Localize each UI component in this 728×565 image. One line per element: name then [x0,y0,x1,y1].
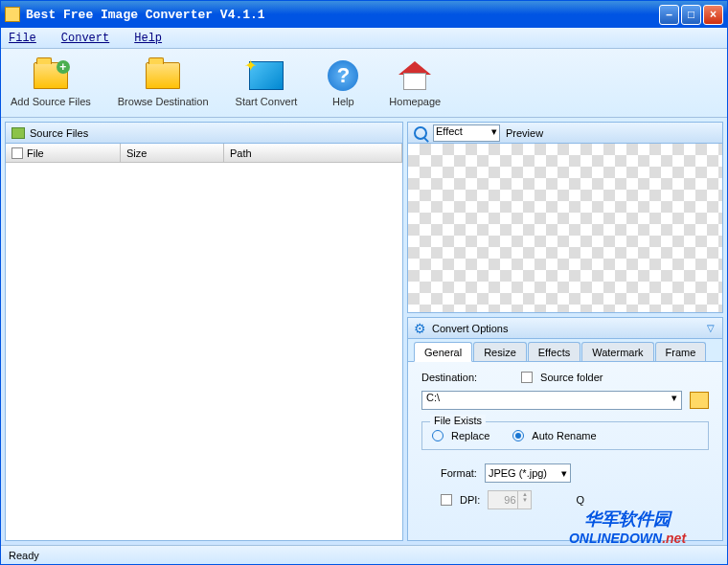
browse-dest-label: Browse Destination [118,96,209,107]
dpi-spinner[interactable]: 96 ▲▼ [488,490,532,509]
help-label: Help [332,96,354,107]
menubar: File Convert Help [1,28,727,49]
destination-dropdown-icon[interactable]: ▾ [671,392,677,404]
preview-canvas [408,144,722,312]
statusbar: Ready [1,545,727,564]
replace-label: Replace [451,430,489,441]
homepage-label: Homepage [389,96,441,107]
destination-input[interactable]: C:\ ▾ [421,391,682,410]
source-panel-header: Source Files [6,123,402,144]
start-convert-label: Start Convert [236,96,298,107]
app-icon [5,7,20,22]
wand-icon [249,61,284,90]
source-file-list[interactable] [6,163,402,540]
format-select[interactable]: JPEG (*.jpg)▾ [485,463,571,483]
browse-folder-button[interactable] [690,392,709,409]
main-window: Best Free Image Converter V4.1.1 – □ × F… [0,0,728,565]
column-file[interactable]: File [6,144,121,162]
browse-destination-button[interactable]: Browse Destination [118,58,209,107]
select-all-checkbox[interactable] [11,147,23,159]
tab-watermark[interactable]: Watermark [581,342,653,361]
right-panel: Effect ▾ Preview ⚙ Convert Options ▽ Gen… [407,122,723,541]
preview-panel: Effect ▾ Preview [407,122,723,313]
toolbar: + Add Source Files Browse Destination St… [1,49,727,118]
preview-label: Preview [506,127,543,139]
source-folder-checkbox[interactable] [521,372,533,383]
maximize-button[interactable]: □ [681,5,701,25]
quality-label: Q [576,494,584,506]
source-panel-title: Source Files [30,127,88,139]
titlebar: Best Free Image Converter V4.1.1 – □ × [1,1,727,28]
image-icon [11,127,25,139]
status-text: Ready [9,550,39,561]
effect-select[interactable]: Effect ▾ [433,124,500,142]
close-button[interactable]: × [703,5,723,25]
file-exists-group: File Exists Replace Auto Rename [421,421,709,450]
tab-effects[interactable]: Effects [528,342,580,361]
dpi-label: DPI: [460,494,480,506]
source-folder-label: Source folder [540,372,603,383]
tab-frame[interactable]: Frame [655,342,707,361]
help-icon: ? [328,60,358,91]
file-exists-legend: File Exists [430,415,486,426]
home-icon [398,61,431,90]
options-tabs: General Resize Effects Watermark Frame [408,339,722,362]
help-button[interactable]: ? Help [324,58,362,107]
preview-header: Effect ▾ Preview [408,123,722,144]
tab-general[interactable]: General [414,342,472,362]
source-list-header: File Size Path [6,144,402,163]
gear-icon: ⚙ [414,322,427,335]
add-source-files-button[interactable]: + Add Source Files [11,58,91,107]
auto-rename-label: Auto Rename [532,430,596,441]
column-path[interactable]: Path [224,144,402,162]
magnify-icon [414,126,427,140]
folder-icon [146,62,180,89]
minimize-button[interactable]: – [659,5,679,25]
collapse-icon[interactable]: ▽ [707,323,715,333]
menu-file[interactable]: File [9,32,36,45]
start-convert-button[interactable]: Start Convert [236,58,298,107]
options-header[interactable]: ⚙ Convert Options ▽ [408,318,722,339]
add-source-label: Add Source Files [11,96,91,107]
column-size[interactable]: Size [121,144,224,162]
tab-resize[interactable]: Resize [473,342,527,361]
tab-general-content: Destination: Source folder C:\ ▾ File E [408,362,722,540]
auto-rename-radio[interactable] [512,430,524,441]
dpi-checkbox[interactable] [441,494,452,506]
format-label: Format: [441,467,477,479]
menu-convert[interactable]: Convert [61,32,109,45]
window-title: Best Free Image Converter V4.1.1 [26,8,659,22]
replace-radio[interactable] [432,430,444,441]
source-files-panel: Source Files File Size Path [5,122,403,541]
homepage-button[interactable]: Homepage [389,58,441,107]
col-file-label: File [27,147,44,159]
convert-options-panel: ⚙ Convert Options ▽ General Resize Effec… [407,317,723,541]
folder-plus-icon: + [34,62,68,89]
menu-help[interactable]: Help [134,32,162,45]
destination-label: Destination: [421,372,477,383]
options-title: Convert Options [432,323,508,334]
main-area: Source Files File Size Path Effect ▾ [1,118,727,545]
